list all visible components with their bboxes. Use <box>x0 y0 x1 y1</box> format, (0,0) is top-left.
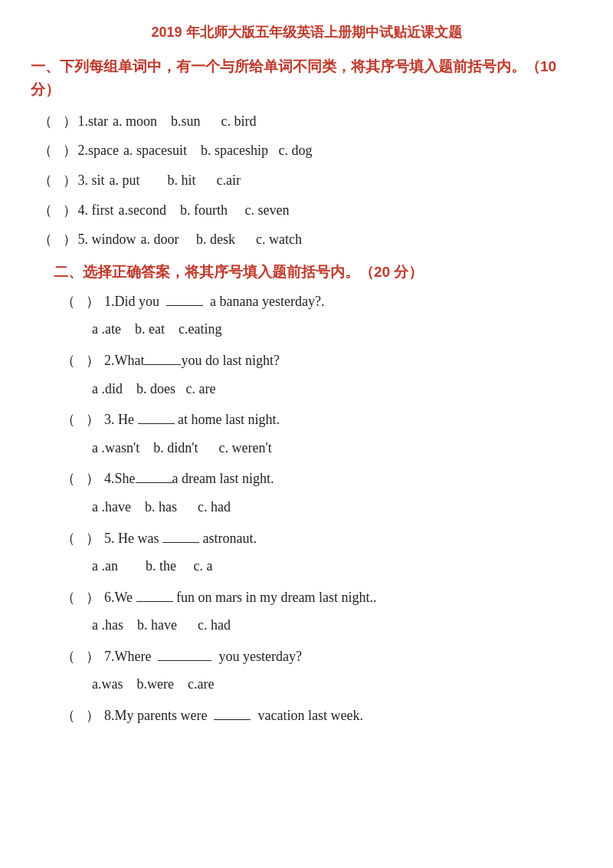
s1-q5-bracket: （ ） <box>38 228 77 252</box>
s1-q1-num: 1.star <box>78 110 109 133</box>
s1-q2-num: 2.space <box>78 139 119 163</box>
s2-q4-row: （ ） 4.Shea dream last night. <box>31 467 582 491</box>
s1-q1-options: a. moon b.sun c. bird <box>113 110 256 133</box>
s1-q5-options: a. door b. desk c. watch <box>141 228 302 252</box>
s2-q3-bracket: （ ） <box>61 408 100 432</box>
s2-q4-bracket: （ ） <box>61 467 100 491</box>
s2-q1-bracket: （ ） <box>61 290 100 314</box>
s2-q2-bracket: （ ） <box>61 349 100 373</box>
s1-q2-options: a. spacesuit b. spaceship c. dog <box>123 139 312 163</box>
s2-q4-options: a .have b. has c. had <box>31 495 582 519</box>
s2-q8-bracket: （ ） <box>61 704 100 728</box>
s2-q7-bracket: （ ） <box>61 645 100 669</box>
s1-q3-row: （ ） 3. sit a. put b. hit c.air <box>31 169 582 192</box>
s1-q4-num: 4. first <box>78 199 114 222</box>
s2-q3-text: 3. He at home last night. <box>101 408 280 432</box>
s2-q6-bracket: （ ） <box>61 586 100 610</box>
section1: 一、下列每组单词中，有一个与所给单词不同类，将其序号填入题前括号内。（10 分）… <box>31 55 582 252</box>
s2-q5-options: a .an b. the c. a <box>31 554 582 578</box>
s2-q5-row: （ ） 5. He was astronaut. <box>31 527 582 551</box>
s2-q6-options: a .has b. have c. had <box>31 613 582 637</box>
s1-q1-row: （ ） 1.star a. moon b.sun c. bird <box>31 110 582 133</box>
section1-questions: （ ） 1.star a. moon b.sun c. bird （ ） 2.s… <box>31 110 582 252</box>
s2-q5-bracket: （ ） <box>61 527 100 551</box>
s2-q2-row: （ ） 2.Whatyou do last night? <box>31 349 582 373</box>
section2: 二、选择正确答案，将其序号填入题前括号内。（20 分） （ ） 1.Did yo… <box>31 262 582 728</box>
s2-q2-text: 2.Whatyou do last night? <box>101 349 280 373</box>
s2-q7-row: （ ） 7.Where you yesterday? <box>31 645 582 669</box>
s2-q4-text: 4.Shea dream last night. <box>101 467 274 491</box>
s2-q7-options: a.was b.were c.are <box>31 672 582 696</box>
s2-q1-options: a .ate b. eat c.eating <box>31 317 582 341</box>
s1-q4-row: （ ） 4. first a.second b. fourth c. seven <box>31 199 582 222</box>
section2-header: 二、选择正确答案，将其序号填入题前括号内。（20 分） <box>54 262 582 282</box>
s2-q5-text: 5. He was astronaut. <box>101 527 257 551</box>
s1-q5-row: （ ） 5. window a. door b. desk c. watch <box>31 228 582 252</box>
s1-q3-options: a. put b. hit c.air <box>110 169 241 192</box>
s2-q2-options: a .did b. does c. are <box>31 377 582 401</box>
s2-q1-text: 1.Did you a banana yesterday?. <box>101 290 325 314</box>
page-title: 2019 年北师大版五年级英语上册期中试贴近课文题 <box>31 23 582 41</box>
s2-q6-text: 6.We fun on mars in my dream last night.… <box>101 586 377 610</box>
s1-q3-bracket: （ ） <box>38 169 77 192</box>
s1-q3-num: 3. sit <box>78 169 105 192</box>
s2-q7-text: 7.Where you yesterday? <box>101 645 302 669</box>
s1-q4-bracket: （ ） <box>38 199 77 222</box>
s2-q3-options: a .wasn't b. didn't c. weren't <box>31 436 582 460</box>
section1-header: 一、下列每组单词中，有一个与所给单词不同类，将其序号填入题前括号内。（10 分） <box>31 55 582 102</box>
s1-q4-options: a.second b. fourth c. seven <box>119 199 290 222</box>
s1-q2-bracket: （ ） <box>38 139 77 163</box>
s2-q1-row: （ ） 1.Did you a banana yesterday?. <box>31 290 582 314</box>
s2-q8-row: （ ） 8.My parents were vacation last week… <box>31 704 582 728</box>
s2-q8-text: 8.My parents were vacation last week. <box>101 704 363 728</box>
s2-q6-row: （ ） 6.We fun on mars in my dream last ni… <box>31 586 582 610</box>
s1-q5-num: 5. window <box>78 228 136 252</box>
s1-q2-row: （ ） 2.space a. spacesuit b. spaceship c.… <box>31 139 582 163</box>
s1-q1-bracket: （ ） <box>38 110 77 133</box>
s2-q3-row: （ ） 3. He at home last night. <box>31 408 582 432</box>
